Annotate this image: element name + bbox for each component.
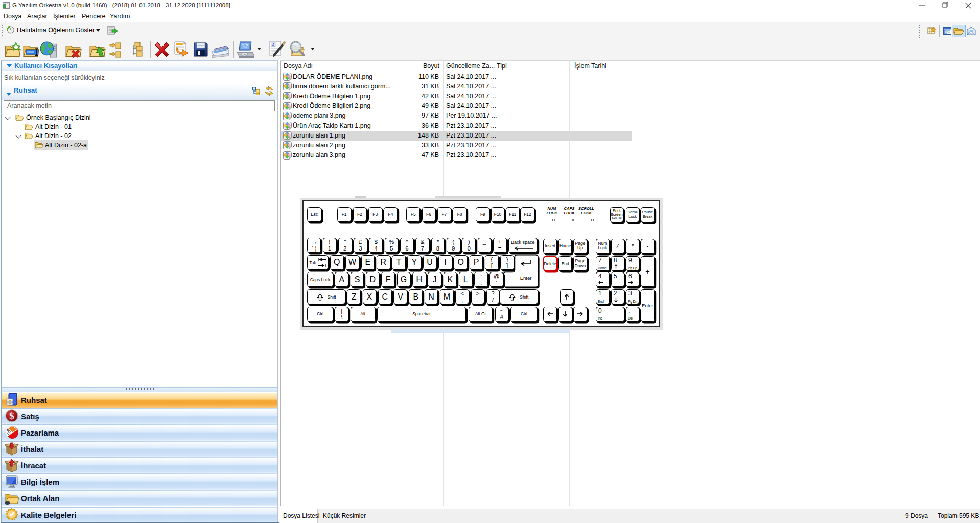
svg-text:A: A: [271, 42, 275, 48]
svg-text:Enter: Enter: [520, 275, 532, 281]
svg-text:$: $: [9, 411, 14, 421]
